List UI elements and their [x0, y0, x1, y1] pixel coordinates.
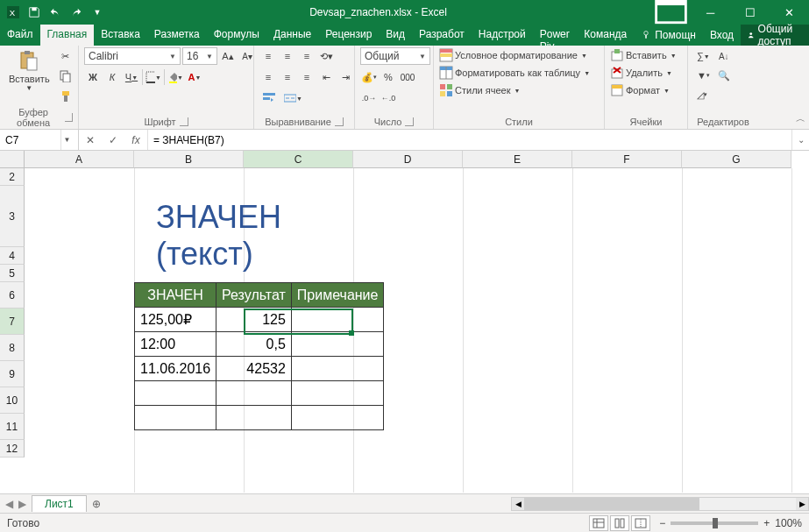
- zoom-in-button[interactable]: +: [763, 517, 770, 529]
- row-header[interactable]: 9: [0, 361, 25, 387]
- undo-icon[interactable]: [47, 4, 63, 20]
- font-name-select[interactable]: Calibri▼: [84, 47, 181, 65]
- tab-team[interactable]: Команда: [577, 25, 634, 46]
- cell[interactable]: [216, 406, 292, 430]
- row-header[interactable]: 3: [0, 186, 25, 247]
- clipboard-launcher[interactable]: [65, 113, 73, 122]
- cell[interactable]: [216, 381, 292, 406]
- zoom-thumb[interactable]: [713, 518, 718, 528]
- ribbon-options-icon[interactable]: [651, 0, 691, 25]
- paste-button[interactable]: Вставить ▼: [5, 47, 53, 94]
- format-cells-button[interactable]: Формат▼: [610, 82, 670, 98]
- font-size-select[interactable]: 16▼: [182, 47, 217, 65]
- align-top-button[interactable]: ≡: [259, 47, 277, 65]
- format-painter-button[interactable]: [57, 88, 75, 105]
- cell[interactable]: 42532: [216, 357, 292, 381]
- tab-addins[interactable]: Надстрой: [472, 25, 533, 46]
- chevron-down-icon[interactable]: ▼: [60, 130, 73, 150]
- align-bottom-button[interactable]: ≡: [298, 47, 316, 65]
- cell-styles-button[interactable]: Стили ячеек▼: [439, 82, 520, 98]
- borders-button[interactable]: ▼: [145, 68, 162, 86]
- tab-powerpivot[interactable]: Power Piv: [533, 25, 578, 46]
- number-launcher[interactable]: [405, 117, 414, 126]
- zoom-slider[interactable]: [671, 521, 758, 525]
- percent-button[interactable]: %: [380, 68, 397, 86]
- expand-formula-bar[interactable]: ⌄: [791, 130, 809, 150]
- horizontal-scrollbar[interactable]: ◀▶: [106, 497, 809, 511]
- number-format-select[interactable]: Общий▼: [360, 47, 430, 65]
- cell[interactable]: 12:00: [135, 332, 216, 357]
- align-center-button[interactable]: ≡: [279, 68, 296, 86]
- scroll-right-icon[interactable]: ▶: [796, 498, 808, 510]
- fill-color-button[interactable]: ▼: [167, 68, 184, 86]
- bold-button[interactable]: Ж: [84, 68, 102, 86]
- align-middle-button[interactable]: ≡: [279, 47, 296, 65]
- next-sheet-icon[interactable]: ▶: [18, 498, 26, 510]
- delete-cells-button[interactable]: Удалить▼: [610, 65, 672, 81]
- sheet-tab[interactable]: Лист1: [32, 495, 87, 512]
- alignment-launcher[interactable]: [335, 117, 344, 126]
- align-right-button[interactable]: ≡: [298, 68, 316, 86]
- format-as-table-button[interactable]: Форматировать как таблицу▼: [439, 65, 590, 81]
- find-button[interactable]: 🔍: [715, 67, 733, 84]
- qat-customize-icon[interactable]: ▼: [89, 4, 105, 20]
- page-layout-view-button[interactable]: [610, 515, 629, 531]
- clear-button[interactable]: ◿▾: [693, 86, 711, 103]
- close-button[interactable]: ✕: [770, 0, 809, 25]
- sort-filter-button[interactable]: A↓: [715, 47, 733, 65]
- increase-decimal-button[interactable]: .0→: [360, 89, 378, 107]
- tab-home[interactable]: Главная: [40, 25, 95, 46]
- row-header[interactable]: 5: [0, 265, 25, 282]
- conditional-formatting-button[interactable]: Условное форматирование▼: [439, 47, 587, 63]
- cell[interactable]: [135, 406, 216, 430]
- font-launcher[interactable]: [180, 117, 188, 126]
- zoom-level[interactable]: 100%: [775, 517, 802, 529]
- name-box[interactable]: C7▼: [0, 130, 79, 150]
- wrap-text-button[interactable]: [259, 89, 279, 107]
- sheet-nav[interactable]: ◀▶: [0, 498, 32, 510]
- tab-review[interactable]: Рецензир: [318, 25, 379, 46]
- column-header[interactable]: A: [25, 151, 134, 168]
- row-header[interactable]: 10: [0, 387, 25, 414]
- insert-cells-button[interactable]: Вставить▼: [610, 47, 677, 63]
- new-sheet-button[interactable]: ⊕: [87, 494, 106, 514]
- italic-button[interactable]: К: [103, 68, 121, 86]
- accounting-button[interactable]: 💰▾: [360, 68, 378, 86]
- redo-icon[interactable]: [68, 4, 84, 20]
- cell[interactable]: 125,00₽: [135, 308, 216, 332]
- formula-input[interactable]: = ЗНАЧЕН(B7): [148, 130, 791, 150]
- merge-button[interactable]: ▼: [280, 89, 306, 107]
- copy-button[interactable]: [57, 67, 75, 85]
- tab-formulas[interactable]: Формулы: [207, 25, 266, 46]
- enter-formula-button[interactable]: ✓: [102, 130, 124, 150]
- row-header[interactable]: 12: [0, 440, 25, 458]
- increase-font-button[interactable]: A▴: [219, 47, 237, 65]
- minimize-button[interactable]: ─: [691, 0, 730, 25]
- signin[interactable]: Вход: [703, 25, 741, 46]
- row-header[interactable]: 2: [0, 168, 25, 186]
- save-icon[interactable]: [26, 4, 42, 20]
- comma-button[interactable]: 000: [399, 68, 416, 86]
- column-header[interactable]: F: [572, 151, 682, 168]
- cell[interactable]: 125: [216, 308, 292, 332]
- row-header[interactable]: 8: [0, 335, 25, 361]
- row-header[interactable]: 4: [0, 247, 25, 265]
- maximize-button[interactable]: ☐: [730, 0, 770, 25]
- cell[interactable]: [291, 308, 384, 332]
- fx-button[interactable]: fx: [124, 130, 147, 150]
- select-all-corner[interactable]: [0, 151, 25, 168]
- column-header[interactable]: B: [134, 151, 244, 168]
- tab-file[interactable]: Файл: [0, 25, 40, 46]
- row-header[interactable]: 6: [0, 282, 25, 309]
- column-header[interactable]: G: [682, 151, 791, 168]
- cell[interactable]: [291, 357, 384, 381]
- tab-data[interactable]: Данные: [266, 25, 318, 46]
- prev-sheet-icon[interactable]: ◀: [5, 498, 13, 510]
- increase-indent-button[interactable]: ⇥: [337, 68, 354, 86]
- cell[interactable]: 11.06.2016: [135, 357, 216, 381]
- cut-button[interactable]: ✂: [57, 47, 75, 65]
- column-header[interactable]: D: [353, 151, 463, 168]
- underline-button[interactable]: Ч▼: [123, 68, 140, 86]
- collapse-ribbon-button[interactable]: ︿: [796, 112, 805, 125]
- align-left-button[interactable]: ≡: [259, 68, 277, 86]
